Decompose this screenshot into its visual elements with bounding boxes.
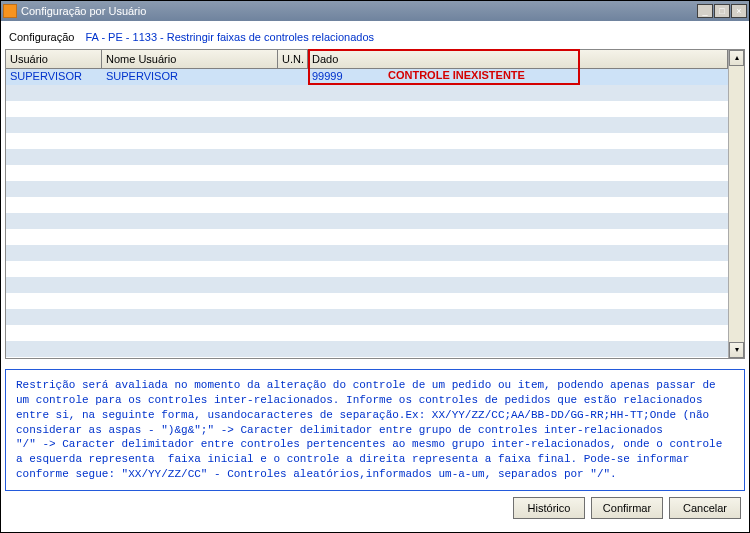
table-row[interactable]: [6, 229, 728, 245]
col-usuario[interactable]: Usuário: [6, 50, 102, 68]
table-row[interactable]: [6, 261, 728, 277]
config-label: Configuração: [9, 31, 74, 43]
cell-un: [278, 69, 308, 85]
table-row[interactable]: [6, 181, 728, 197]
button-row: Histórico Confirmar Cancelar: [5, 491, 745, 523]
vertical-scrollbar[interactable]: ▴ ▾: [728, 50, 744, 358]
table-row[interactable]: [6, 133, 728, 149]
table-row[interactable]: [6, 149, 728, 165]
table-row[interactable]: [6, 101, 728, 117]
content-area: Configuração FA - PE - 1133 - Restringir…: [1, 21, 749, 532]
description-box: Restrição será avaliada no momento da al…: [5, 369, 745, 491]
table-row[interactable]: [6, 277, 728, 293]
config-row: Configuração FA - PE - 1133 - Restringir…: [5, 25, 745, 49]
config-value: FA - PE - 1133 - Restringir faixas de co…: [86, 31, 375, 43]
app-window: Configuração por Usuário _ □ × Configura…: [0, 0, 750, 533]
table-row[interactable]: [6, 341, 728, 357]
col-nome[interactable]: Nome Usuário: [102, 50, 278, 68]
table-row[interactable]: [6, 85, 728, 101]
scroll-track[interactable]: [729, 66, 744, 342]
cell-dado[interactable]: 99999: [308, 69, 728, 85]
cell-nome: SUPERVISOR: [102, 69, 278, 85]
table-row[interactable]: [6, 197, 728, 213]
titlebar: Configuração por Usuário _ □ ×: [1, 1, 749, 21]
cell-dado-value: 99999: [312, 70, 343, 82]
confirmar-button[interactable]: Confirmar: [591, 497, 663, 519]
minimize-button[interactable]: _: [697, 4, 713, 18]
table-row[interactable]: [6, 325, 728, 341]
grid: Usuário Nome Usuário U.N. Dado SUPERVISO…: [5, 49, 745, 359]
historico-button[interactable]: Histórico: [513, 497, 585, 519]
table-row[interactable]: SUPERVISOR SUPERVISOR 99999: [6, 69, 728, 85]
grid-body: SUPERVISOR SUPERVISOR 99999: [6, 69, 728, 357]
close-button[interactable]: ×: [731, 4, 747, 18]
col-un[interactable]: U.N.: [278, 50, 308, 68]
scroll-up-button[interactable]: ▴: [729, 50, 744, 66]
table-row[interactable]: [6, 293, 728, 309]
col-dado[interactable]: Dado: [308, 50, 728, 68]
app-icon: [3, 4, 17, 18]
grid-header: Usuário Nome Usuário U.N. Dado: [6, 50, 728, 69]
scroll-down-button[interactable]: ▾: [729, 342, 744, 358]
window-title: Configuração por Usuário: [21, 5, 697, 17]
table-row[interactable]: [6, 165, 728, 181]
table-row[interactable]: [6, 309, 728, 325]
cancelar-button[interactable]: Cancelar: [669, 497, 741, 519]
table-row[interactable]: [6, 117, 728, 133]
cell-usuario: SUPERVISOR: [6, 69, 102, 85]
table-row[interactable]: [6, 245, 728, 261]
maximize-button[interactable]: □: [714, 4, 730, 18]
description-text: Restrição será avaliada no momento da al…: [16, 379, 729, 480]
table-row[interactable]: [6, 213, 728, 229]
